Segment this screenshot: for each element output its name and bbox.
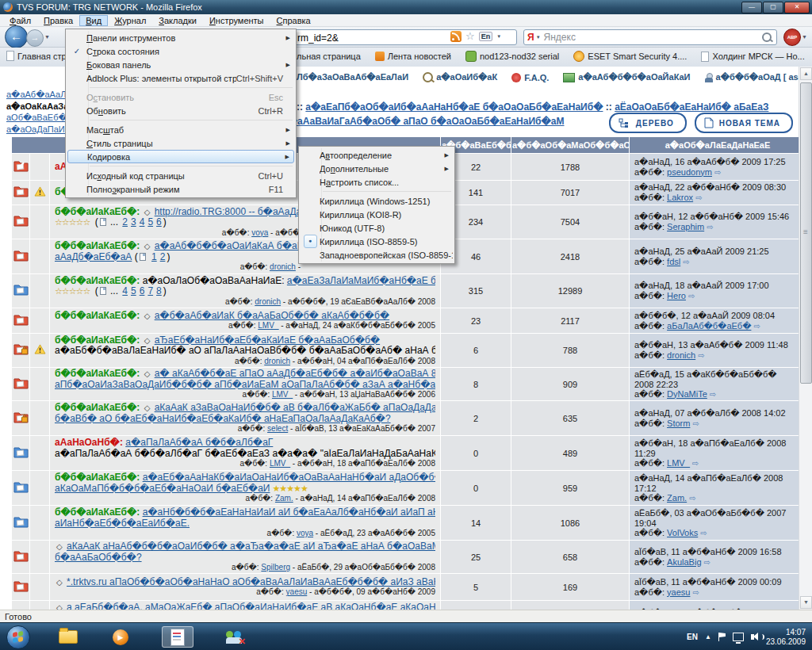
topic-starter-link[interactable]: Spilberg: [261, 563, 290, 572]
rss-feed-icon[interactable]: [450, 31, 462, 42]
menu-item-adblock-elements[interactable]: Adblock Plus: элементы открытой страницы…: [67, 71, 294, 85]
page-number-link[interactable]: 1: [151, 252, 157, 262]
page-number-link[interactable]: 4: [122, 286, 128, 296]
last-post-user-link[interactable]: Hero: [667, 291, 686, 300]
topic-starter-link[interactable]: LMV_: [258, 321, 278, 330]
last-post-user-link[interactable]: VolVoks: [667, 528, 698, 537]
topic-starter-link[interactable]: voya: [297, 529, 313, 537]
menubar-item-edit[interactable]: Правка: [37, 15, 79, 26]
menu-item-status-bar[interactable]: ✓Строка состояния: [67, 44, 294, 58]
search-box[interactable]: Я ▼ Яндекс: [523, 29, 777, 45]
menu-item-zoom[interactable]: Масштаб▶: [67, 123, 294, 136]
encoding-item-cyrillic-iso-8859-5[interactable]: ●Кириллица (ISO-8859-5): [301, 235, 453, 248]
encoding-item-customize-list[interactable]: Настроить список...: [301, 175, 453, 189]
settings-link[interactable]: а�аАб�б�б�аОаЙаКаИ: [563, 72, 690, 82]
adblock-plus-icon[interactable]: ABP: [783, 29, 801, 46]
goto-last-post-icon[interactable]: ⇨: [695, 193, 702, 202]
maximize-button[interactable]: ▢: [763, 2, 783, 13]
menubar-item-help[interactable]: Справка: [270, 15, 317, 26]
menu-item-encoding[interactable]: Кодировка▶: [67, 150, 294, 163]
topic-starter-link[interactable]: dronich: [264, 357, 290, 365]
page-number-link[interactable]: 5: [131, 286, 136, 296]
bookmark-item[interactable]: nod123-nod32 serial: [465, 51, 559, 62]
page-number-link[interactable]: 5: [147, 217, 153, 228]
forum-action-link[interactable]: а�аОаДаПаИб�аАб�б�б�б�: [6, 124, 65, 136]
last-post-user-link[interactable]: DyNaMiTe: [667, 389, 707, 399]
topic-title-link[interactable]: аКаОаМаПб�б�б�аЕб�аНаОаЙ б�аЕб�аИ: [55, 484, 270, 494]
encoding-item-cyrillic-koi8-r[interactable]: Кириллица (KOI8-R): [301, 208, 453, 221]
breadcrumb-link-unanswered[interactable]: аЁаОаОаБб�аЕаНаИб� аБаЕаЗ: [615, 101, 768, 113]
last-post-user-link[interactable]: pseudonym: [667, 167, 712, 177]
encoding-item-auto-detect[interactable]: Автоопределение▶: [301, 148, 453, 162]
last-post-user-link[interactable]: LMV_: [667, 458, 690, 468]
taskbar-clock[interactable]: 14:0723.06.2009: [766, 628, 806, 647]
yandex-icon[interactable]: Я: [527, 32, 534, 43]
topic-title-link[interactable]: а�аПаЛаАб�аА б�б�аЛб�аГ: [125, 438, 273, 448]
menu-item-sidebar[interactable]: Боковая панель▶: [67, 58, 294, 71]
topic-starter-link[interactable]: voya: [251, 228, 268, 237]
breadcrumb-link-unread[interactable]: а�аЕаПб�аОб�аИб�аАаНаНб�аЕ б�аОаОаБб�аЕа…: [305, 101, 603, 113]
translator-dropdown-icon[interactable]: ▼: [496, 34, 501, 39]
menu-item-stop[interactable]: ОстановитьEsc: [67, 90, 294, 104]
search-engine-dropdown-icon[interactable]: ▼: [536, 35, 541, 40]
bookmark-item[interactable]: Лента новостей: [375, 52, 451, 61]
goto-last-post-icon[interactable]: ⇨: [683, 258, 689, 266]
goto-last-post-icon[interactable]: ⇨: [692, 419, 699, 428]
goto-last-post-icon[interactable]: ⇨: [714, 168, 721, 177]
search-link[interactable]: а�аОаИб�аК: [423, 72, 497, 82]
search-input[interactable]: Яндекс: [544, 32, 762, 43]
forward-button[interactable]: →: [26, 29, 44, 47]
scrollbar-thumb[interactable]: [800, 82, 812, 384]
topic-title-link[interactable]: *.trktvs.ru аПаОб�б�аОб�аНаНаО аОб�аВаАа…: [67, 577, 435, 587]
menu-item-toolbars[interactable]: Панели инструментов▶: [67, 31, 294, 44]
adblock-dropdown-icon[interactable]: ▼: [802, 34, 807, 40]
bookmark-item[interactable]: Холдинг МРСК — Но...: [701, 52, 804, 62]
topic-starter-link[interactable]: LMV_: [272, 390, 293, 399]
topic-starter-link[interactable]: Zam.: [275, 494, 293, 503]
topic-title-link[interactable]: аКаАаК аЗаВаОаНаИб�б� аВ б�аЛб�аЖаБб� аП…: [155, 403, 435, 413]
menu-item-full-screen[interactable]: Полноэкранный режимF11: [67, 182, 294, 196]
page-number-link[interactable]: 8: [156, 286, 162, 296]
goto-last-post-icon[interactable]: ⇨: [753, 322, 760, 331]
topic-title-link[interactable]: аКаАаК аНаАб�б�б�аОаИб�б� а�аЂа�а�аЁ аИ …: [67, 541, 435, 552]
close-button[interactable]: ✕: [784, 2, 810, 13]
page-number-link[interactable]: 2: [160, 252, 166, 262]
history-dropdown-icon[interactable]: ▼: [44, 34, 50, 40]
goto-last-post-icon[interactable]: ⇨: [704, 558, 710, 567]
messages-navigator-link[interactable]: а�аАаВаИаГаАб�аОб� аПаО б�аОаОаБб�аЕаНаИ…: [282, 116, 564, 127]
topic-title-link[interactable]: аИаНб�аЕб�б�аЕаЙб�аЕ.: [55, 518, 190, 529]
scroll-up-arrow[interactable]: ▲: [800, 67, 812, 80]
new-topic-button[interactable]: НОВАЯ ТЕМА: [695, 113, 793, 133]
menubar-item-history[interactable]: Журнал: [108, 15, 152, 26]
topic-starter-link[interactable]: LMV_: [270, 459, 290, 468]
page-number-link[interactable]: 7: [147, 286, 153, 296]
bookmark-item[interactable]: льная страница: [297, 52, 361, 61]
goto-last-post-icon[interactable]: ⇨: [688, 292, 695, 300]
forum-action-link[interactable]: а�аАб�аАаЛаО: [6, 89, 65, 101]
topic-starter-link[interactable]: select: [267, 424, 288, 433]
topic-title-link[interactable]: а�б�аАб�аИаК б�аАаБаОб�б� аКаАб�б�б�: [155, 311, 389, 321]
bookmark-item[interactable]: ESET Smart Security 4....: [573, 51, 687, 62]
vertical-scrollbar[interactable]: ▲ ▼: [799, 67, 812, 610]
topic-title-link[interactable]: аАаДб�аЕб�аА: [55, 252, 132, 262]
last-post-user-link[interactable]: dronich: [667, 350, 695, 360]
language-indicator[interactable]: EN: [687, 633, 698, 641]
goto-last-post-icon[interactable]: ⇨: [700, 529, 707, 537]
last-post-user-link[interactable]: yaesu: [667, 587, 690, 597]
goto-last-post-icon[interactable]: ⇨: [692, 459, 699, 468]
back-button[interactable]: ←: [5, 25, 28, 48]
page-number-link[interactable]: 6: [140, 286, 145, 296]
goto-last-post-icon[interactable]: ⇨: [689, 494, 695, 503]
last-post-user-link[interactable]: аБаЛаАб�б�аЕб�: [667, 321, 751, 331]
menubar-item-file[interactable]: Файл: [3, 15, 37, 26]
last-post-user-link[interactable]: Lakrox: [667, 193, 693, 202]
forum-action-link[interactable]: аОб�аВаЕб�аИб�б�: [6, 112, 65, 124]
start-button[interactable]: [6, 625, 30, 649]
menu-item-page-style[interactable]: Стиль страницы▶: [67, 136, 294, 150]
encoding-item-cyrillic-windows-1251[interactable]: Кириллица (Windows-1251): [301, 194, 453, 208]
goto-last-post-icon[interactable]: ⇨: [692, 588, 699, 597]
menubar-item-tools[interactable]: Инструменты: [203, 15, 270, 26]
topic-title-link[interactable]: а�аЕб�аАаНаКб�аИаОаНаИб�аОаВаАаНаНб�аЙ а…: [143, 472, 435, 483]
taskbar-explorer-icon[interactable]: [52, 626, 84, 648]
topic-title-link[interactable]: б�аАаБаОб�б�?: [55, 552, 142, 563]
